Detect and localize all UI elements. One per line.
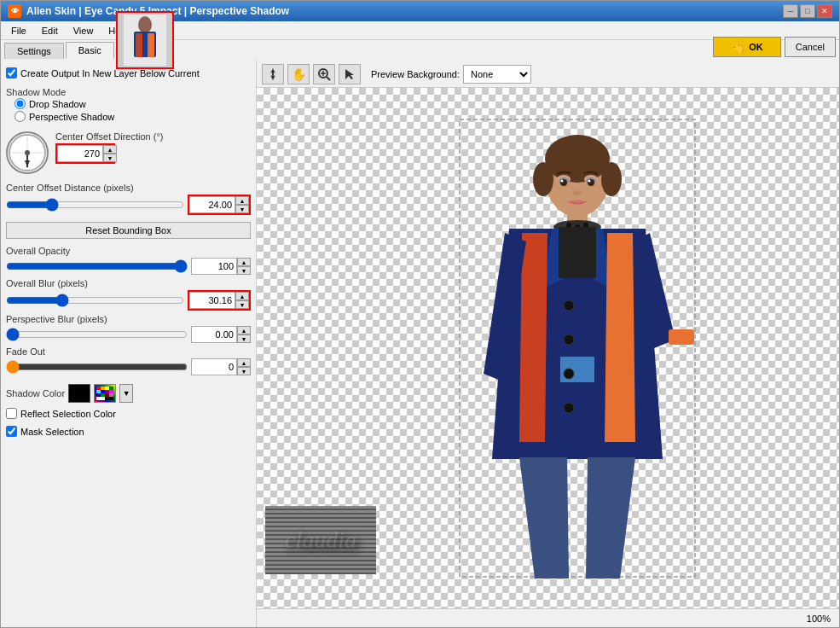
blur-input[interactable] [189,292,235,309]
svg-point-44 [564,300,574,311]
svg-rect-14 [109,387,113,390]
zoom-in-tool-btn[interactable] [313,64,335,84]
direction-input[interactable] [57,145,103,162]
menu-file[interactable]: File [4,24,33,38]
content-area: Create Output In New Layer Below Current… [1,61,839,627]
perspective-shadow-label: Perspective Shadow [29,112,114,122]
perspective-blur-down-btn[interactable]: ▼ [237,334,251,343]
perspective-blur-slider[interactable] [6,328,188,341]
thumbnail-image [124,15,166,66]
minimize-button[interactable]: ─ [783,4,798,18]
fade-out-up-btn[interactable]: ▲ [237,358,251,367]
opacity-spinner-buttons: ▲ ▼ [237,258,251,275]
svg-point-45 [564,334,574,345]
direction-up-btn[interactable]: ▲ [103,145,117,154]
opacity-down-btn[interactable]: ▼ [237,266,251,275]
menu-edit[interactable]: Edit [35,24,65,38]
offset-distance-section: Center Offset Distance (pixels) ▲ ▼ [6,183,251,215]
blur-spinner: ▲ ▼ [189,292,249,309]
compass-widget[interactable] [6,131,49,174]
shadow-color-swatch[interactable] [68,384,90,403]
shadow-color-label: Shadow Color [6,388,65,398]
fade-out-spinner: ▲ ▼ [191,358,251,375]
svg-point-35 [545,135,610,183]
offset-distance-up-btn[interactable]: ▲ [235,196,249,205]
svg-rect-23 [96,397,105,400]
fade-out-spinner-buttons: ▲ ▼ [237,358,251,375]
blur-slider[interactable] [6,294,184,307]
tab-settings[interactable]: Settings [4,43,64,59]
reflect-selection-checkbox[interactable] [6,408,17,419]
svg-rect-13 [105,387,109,390]
direction-spinner-highlight: ▲ ▼ [55,143,115,164]
mask-selection-row: Mask Selection [6,424,251,439]
offset-distance-spinner: ▲ ▼ [189,196,249,213]
thumbnail-preview [116,11,174,69]
svg-point-46 [564,369,574,379]
offset-distance-down-btn[interactable]: ▼ [235,205,249,213]
svg-rect-17 [105,390,109,393]
canvas-area[interactable]: claudia [257,88,839,608]
opacity-slider[interactable] [6,259,188,273]
opacity-input[interactable] [191,258,237,275]
perspective-blur-label: Perspective Blur (pixels) [6,314,251,324]
color-dropdown-btn[interactable]: ▼ [119,384,133,403]
svg-point-56 [560,180,563,183]
svg-point-36 [533,162,553,196]
blur-up-btn[interactable]: ▲ [235,292,249,300]
opacity-up-btn[interactable]: ▲ [237,258,251,266]
svg-rect-3 [136,33,142,57]
perspective-blur-input[interactable] [191,326,237,343]
blur-highlight: ▲ ▼ [188,290,251,311]
direction-down-btn[interactable]: ▼ [103,154,117,162]
blur-label: Overall Blur (pixels) [6,278,251,288]
svg-rect-4 [148,33,154,57]
preview-bg-select[interactable]: None White Black Custom [463,65,531,84]
svg-rect-15 [96,390,101,393]
drop-shadow-radio[interactable] [14,98,26,109]
perspective-blur-up-btn[interactable]: ▲ [237,326,251,334]
right-panel: ✋ Preview Background: [257,61,839,627]
perspective-shadow-radio[interactable] [14,111,26,122]
create-output-checkbox[interactable] [6,67,17,78]
pan-tool-btn[interactable]: ✋ [287,64,310,84]
menu-view[interactable]: View [67,24,101,38]
svg-rect-20 [101,393,105,397]
cancel-button[interactable]: Cancel [785,37,836,57]
fade-out-down-btn[interactable]: ▼ [237,367,251,375]
tabs-bar: Settings Basic 👆 OK Cancel [1,40,839,61]
svg-rect-21 [105,393,109,397]
navigate-tool-btn[interactable] [262,64,284,84]
fade-out-label: Fade Out [6,346,251,357]
svg-point-57 [588,180,590,183]
color-picker-button[interactable] [94,384,116,403]
offset-distance-highlight: ▲ ▼ [188,195,251,215]
close-button[interactable]: ✕ [817,4,832,18]
status-bar: 100% [257,608,839,627]
ok-button[interactable]: 👆 OK [713,37,781,57]
svg-rect-48 [669,329,694,345]
svg-rect-22 [109,393,113,397]
direction-label: Center Offset Direction (°) [55,131,251,142]
create-output-label: Create Output In New Layer Below Current [20,68,200,78]
main-window: 👁 Alien Skin | Eye Candy 5 Impact | Pers… [0,0,840,628]
svg-rect-27 [272,71,274,78]
blur-down-btn[interactable]: ▼ [235,300,249,309]
left-panel: Create Output In New Layer Below Current… [1,61,257,627]
fade-out-section: Fade Out ▲ ▼ [6,346,251,375]
reset-bounding-box-button[interactable]: Reset Bounding Box [6,222,251,239]
perspective-blur-spinner-buttons: ▲ ▼ [237,326,251,343]
fade-out-input[interactable] [191,358,237,375]
offset-distance-slider[interactable] [6,198,184,212]
fade-out-slider[interactable] [6,360,188,374]
select-tool-btn[interactable] [339,64,361,84]
offset-distance-input[interactable] [189,196,235,213]
tab-basic[interactable]: Basic [66,42,114,59]
preview-bg-label: Preview Background: [371,69,460,79]
toolbar-strip: ✋ Preview Background: [257,61,839,88]
mask-selection-checkbox[interactable] [6,426,17,437]
reflect-selection-row: Reflect Selection Color [6,406,251,421]
restore-button[interactable]: □ [800,4,815,18]
svg-point-1 [138,16,152,33]
reflect-selection-label: Reflect Selection Color [20,409,116,419]
